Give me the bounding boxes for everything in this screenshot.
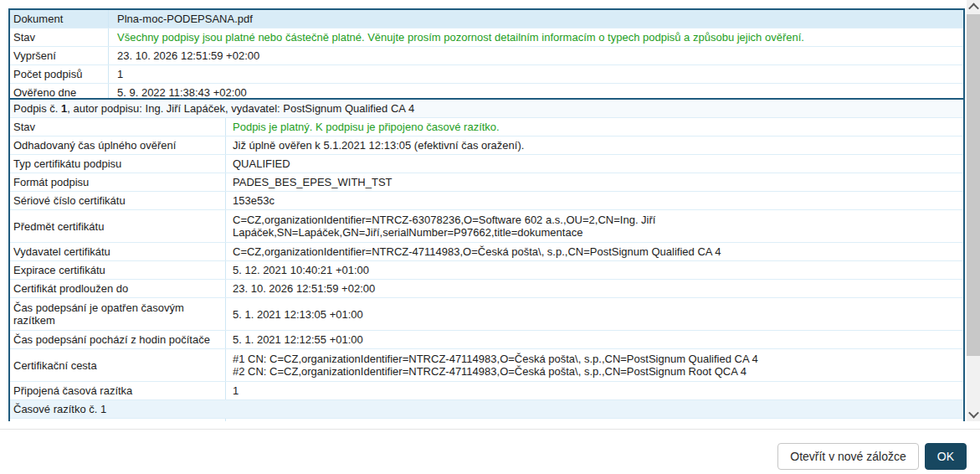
row-label: Čas podepsání pochází z hodin počítače	[10, 331, 226, 348]
row-value: C=CZ,organizationIdentifier=NTRCZ-471149…	[226, 243, 963, 260]
row-label: Předmět certifikátu	[10, 210, 226, 242]
signature-section-header: Podpis č. 1, autor podpisu: Ing. Jiří La…	[10, 100, 963, 118]
row-label: Stav	[10, 419, 226, 421]
row-label: Stav	[10, 28, 109, 46]
ok-button[interactable]: OK	[925, 443, 967, 470]
row-label: Typ certifikátu podpisu	[10, 155, 226, 173]
table-row: Expirace certifikátu5. 12. 2021 10:40:21…	[10, 261, 963, 280]
row-value: 23. 10. 2026 12:51:59 +02:00	[109, 47, 963, 64]
row-label: Formát podpisu	[10, 173, 226, 191]
table-row: StavPodpis je platný. K podpisu je připo…	[10, 118, 963, 137]
table-row: Předmět certifikátuC=CZ,organizationIden…	[10, 210, 963, 243]
row-value: VALID	[226, 419, 963, 421]
table-row: Čas podepsání je opatřen časovýmrazítkem…	[10, 298, 963, 331]
footer-button-bar: Otevřít v nové záložce OK	[777, 443, 967, 470]
row-label: Certifikační cesta	[10, 349, 226, 381]
row-label: Sériové číslo certifikátu	[10, 192, 226, 209]
row-value: C=CZ,organizationIdentifier=NTRCZ-630782…	[226, 210, 963, 242]
row-value: 153e53c	[226, 192, 963, 209]
row-value: Všechny podpisy jsou platné nebo částečn…	[109, 28, 963, 46]
table-row: Vydavatel certifikátuC=CZ,organizationId…	[10, 243, 963, 261]
row-value: Již úplně ověřen k 5.1.2021 12:13:05 (ef…	[226, 137, 963, 154]
row-value: #1 CN: C=CZ,organizationIdentifier=NTRCZ…	[226, 349, 963, 381]
table-row: StavVšechny podpisy jsou platné nebo čás…	[10, 28, 963, 47]
signature-header-text: Podpis č. 1, autor podpisu: Ing. Jiří La…	[13, 102, 414, 115]
row-label: Čas podepsání je opatřen časovýmrazítkem	[10, 298, 226, 330]
row-label: Vydavatel certifikátu	[10, 243, 226, 260]
table-row: DokumentPlna-moc-PODEPSANA.pdf	[10, 10, 963, 28]
dialog-scroll-area: DokumentPlna-moc-PODEPSANA.pdfStavVšechn…	[0, 0, 980, 421]
table-row: Formát podpisuPADES_BES_EPES_WITH_TST	[10, 173, 963, 192]
row-value: 5. 1. 2021 12:13:05 +01:00	[226, 305, 963, 324]
table-row: Odhadovaný čas úplného ověřeníJiž úplně …	[10, 137, 963, 155]
row-label: Počet podpisů	[10, 65, 109, 83]
chevron-down-icon	[968, 408, 979, 419]
row-label: Připojená časová razítka	[10, 382, 226, 399]
scrollbar-thumb[interactable]	[967, 14, 980, 356]
vertical-scrollbar[interactable]	[967, 0, 980, 421]
table-row: Připojená časová razítka1	[10, 382, 963, 400]
table-row: Certifikát prodloužen do23. 10. 2026 12:…	[10, 280, 963, 298]
subsection-title: Časové razítko č. 1	[10, 400, 226, 418]
table-row: StavVALID	[10, 419, 963, 421]
row-value: 1	[109, 65, 963, 83]
row-value: PADES_BES_EPES_WITH_TST	[226, 173, 963, 191]
row-label: Vypršení	[10, 47, 109, 64]
footer-divider	[0, 429, 980, 430]
row-label: Odhadovaný čas úplného ověření	[10, 137, 226, 154]
row-value: 5. 1. 2021 12:12:55 +01:00	[226, 331, 963, 348]
table-row: Certifikační cesta#1 CN: C=CZ,organizati…	[10, 349, 963, 382]
table-row: Vypršení23. 10. 2026 12:51:59 +02:00	[10, 47, 963, 65]
scroll-up-button[interactable]	[967, 0, 980, 14]
row-label: Stav	[10, 118, 226, 136]
table-row: Počet podpisů1	[10, 65, 963, 84]
row-value: QUALIFIED	[226, 155, 963, 173]
table-row: Čas podepsání pochází z hodin počítače5.…	[10, 331, 963, 349]
chevron-up-icon	[968, 3, 979, 14]
document-summary-table: DokumentPlna-moc-PODEPSANA.pdfStavVšechn…	[8, 8, 965, 103]
row-value: Podpis je platný. K podpisu je připojeno…	[226, 118, 963, 136]
open-in-new-tab-button[interactable]: Otevřít v nové záložce	[777, 443, 919, 470]
subsection-header-row: Časové razítko č. 1	[10, 400, 963, 419]
scroll-down-button[interactable]	[967, 407, 980, 421]
row-value: Plna-moc-PODEPSANA.pdf	[109, 10, 963, 28]
row-label: Certifikát prodloužen do	[10, 280, 226, 297]
row-label: Expirace certifikátu	[10, 261, 226, 279]
row-value: 5. 12. 2021 10:40:21 +01:00	[226, 261, 963, 279]
row-value: 1	[226, 382, 963, 399]
signature-detail-table: Podpis č. 1, autor podpisu: Ing. Jiří La…	[8, 98, 965, 421]
table-row: Sériové číslo certifikátu153e53c	[10, 192, 963, 210]
table-row: Typ certifikátu podpisuQUALIFIED	[10, 155, 963, 173]
row-value: 23. 10. 2026 12:51:59 +02:00	[226, 280, 963, 297]
row-label: Dokument	[10, 10, 109, 28]
